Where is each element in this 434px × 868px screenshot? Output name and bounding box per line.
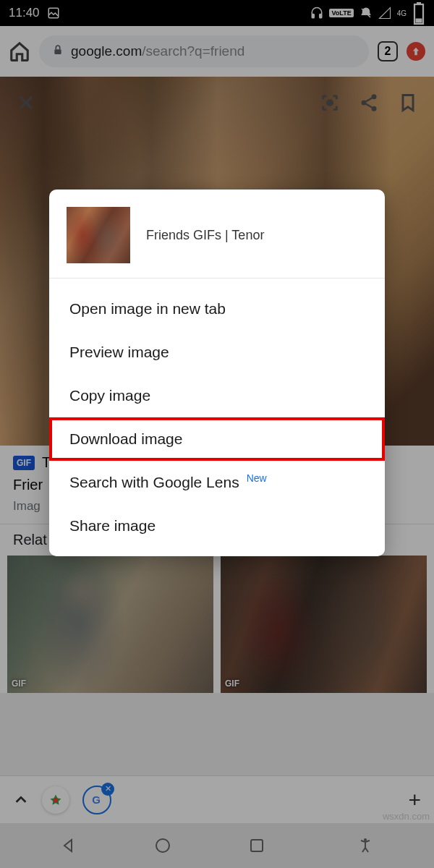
menu-preview-image[interactable]: Preview image xyxy=(49,331,385,374)
menu-share-image[interactable]: Share image xyxy=(49,504,385,548)
menu-download-image[interactable]: Download image xyxy=(49,417,385,461)
menu-title: Friends GIFs | Tenor xyxy=(146,228,264,243)
image-context-menu: Friends GIFs | Tenor Open image in new t… xyxy=(49,190,385,556)
menu-open-new-tab[interactable]: Open image in new tab xyxy=(49,287,385,331)
watermark: wsxdn.com xyxy=(383,811,430,822)
menu-header: Friends GIFs | Tenor xyxy=(49,190,385,278)
menu-search-lens[interactable]: Search with Google Lens New xyxy=(49,461,385,504)
menu-thumbnail xyxy=(67,207,130,263)
new-badge: New xyxy=(247,472,267,484)
menu-copy-image[interactable]: Copy image xyxy=(49,374,385,417)
